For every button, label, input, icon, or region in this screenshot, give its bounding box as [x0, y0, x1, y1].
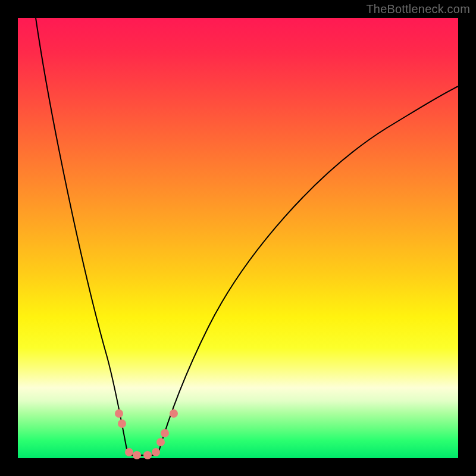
data-marker [125, 448, 133, 456]
data-marker [161, 429, 169, 437]
data-marker [115, 409, 123, 418]
watermark-text: TheBottleneck.com [366, 2, 470, 16]
curve-overlay [18, 18, 458, 458]
right-curve [158, 86, 458, 455]
data-marker [170, 409, 178, 418]
plot-area [18, 18, 458, 458]
data-marker [143, 451, 152, 459]
data-marker [133, 451, 141, 459]
data-marker [156, 438, 165, 446]
chart-frame: TheBottleneck.com [0, 0, 476, 476]
data-marker [152, 448, 160, 456]
left-curve [36, 18, 128, 455]
data-marker [118, 419, 126, 428]
